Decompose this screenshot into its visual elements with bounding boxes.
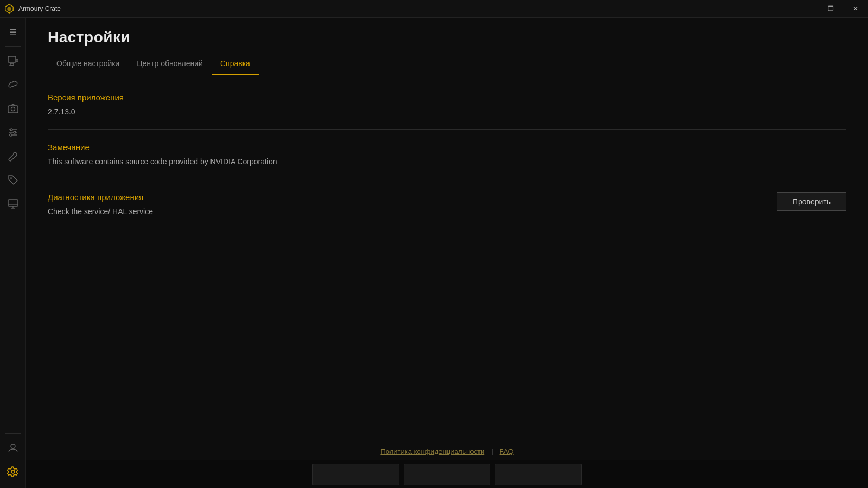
titlebar-left: Armoury Crate: [4, 4, 61, 14]
sidebar-divider-top: [5, 46, 21, 47]
svg-point-20: [11, 470, 15, 473]
close-button[interactable]: ✕: [843, 0, 868, 18]
app-title: Armoury Crate: [18, 5, 61, 12]
sidebar-bottom: [2, 431, 24, 488]
page-header: Настройки: [26, 18, 868, 46]
bottom-tile-2: [404, 464, 490, 485]
svg-point-12: [14, 131, 16, 133]
app-logo-icon: [4, 4, 14, 14]
svg-marker-1: [7, 7, 11, 12]
svg-point-7: [11, 107, 15, 111]
section-diagnostics: Диагностика приложения Check the service…: [48, 192, 846, 229]
check-button[interactable]: Проверить: [777, 192, 846, 211]
minimize-button[interactable]: —: [793, 0, 818, 18]
sidebar-divider-bottom: [5, 433, 21, 434]
sidebar-item-tag[interactable]: [2, 169, 24, 191]
menu-icon: ☰: [9, 27, 17, 37]
sidebar: ☰: [0, 18, 26, 488]
monitor-icon: [7, 198, 19, 210]
titlebar: Armoury Crate — ❐ ✕: [0, 0, 868, 18]
cloud-icon: [7, 79, 19, 91]
app-layout: ☰: [0, 18, 868, 488]
sidebar-item-devices[interactable]: [2, 50, 24, 72]
sidebar-item-camera[interactable]: [2, 98, 24, 119]
divider-2: [48, 179, 846, 179]
version-title: Версия приложения: [48, 93, 846, 102]
wrench-icon: [7, 150, 19, 162]
svg-rect-15: [8, 200, 18, 206]
faq-link[interactable]: FAQ: [500, 447, 514, 455]
footer: Политика конфиденциальности | FAQ: [26, 447, 868, 455]
sidebar-item-settings[interactable]: [2, 461, 24, 483]
svg-rect-5: [16, 59, 18, 62]
sidebar-item-user[interactable]: [2, 437, 24, 459]
sliders-icon: [7, 126, 19, 138]
diagnostics-row: Диагностика приложения Check the service…: [48, 192, 846, 229]
sidebar-item-sliders[interactable]: [2, 121, 24, 143]
footer-separator: |: [491, 447, 493, 455]
content-area: Настройки Общие настройки Центр обновлен…: [26, 18, 868, 488]
divider-3: [48, 229, 846, 229]
diagnostics-title: Диагностика приложения: [48, 192, 777, 202]
camera-icon: [7, 102, 19, 114]
svg-point-11: [10, 129, 12, 131]
section-version: Версия приложения 2.7.13.0: [48, 93, 846, 129]
bottom-bar: [26, 460, 868, 488]
page-title: Настройки: [48, 29, 846, 46]
tabs-bar: Общие настройки Центр обновлений Справка: [26, 46, 868, 75]
svg-point-13: [10, 134, 12, 136]
svg-rect-2: [8, 56, 16, 62]
notice-text: This software contains source code provi…: [48, 157, 846, 179]
version-value: 2.7.13.0: [48, 107, 846, 129]
tab-general[interactable]: Общие настройки: [48, 55, 128, 75]
section-notice: Замечание This software contains source …: [48, 143, 846, 179]
sidebar-item-wrench[interactable]: [2, 145, 24, 167]
main-content: Версия приложения 2.7.13.0 Замечание Thi…: [26, 75, 868, 488]
svg-point-19: [11, 444, 15, 448]
diagnostics-text-group: Диагностика приложения Check the service…: [48, 192, 777, 229]
sidebar-menu-button[interactable]: ☰: [2, 22, 24, 42]
bottom-tile-1: [312, 464, 399, 485]
user-icon: [7, 442, 19, 454]
privacy-link[interactable]: Политика конфиденциальности: [380, 447, 484, 455]
tab-help[interactable]: Справка: [212, 55, 259, 75]
divider-1: [48, 129, 846, 130]
tab-updates[interactable]: Центр обновлений: [128, 55, 212, 75]
notice-title: Замечание: [48, 143, 846, 152]
svg-point-14: [10, 177, 12, 179]
diagnostics-text: Check the service/ HAL service: [48, 207, 777, 229]
maximize-button[interactable]: ❐: [818, 0, 843, 18]
sidebar-item-monitor[interactable]: [2, 193, 24, 215]
devices-icon: [7, 55, 19, 67]
sidebar-item-cloud[interactable]: [2, 74, 24, 95]
settings-icon: [7, 466, 19, 478]
tag-icon: [7, 174, 19, 186]
window-controls: — ❐ ✕: [793, 0, 868, 18]
bottom-tile-3: [495, 464, 582, 485]
